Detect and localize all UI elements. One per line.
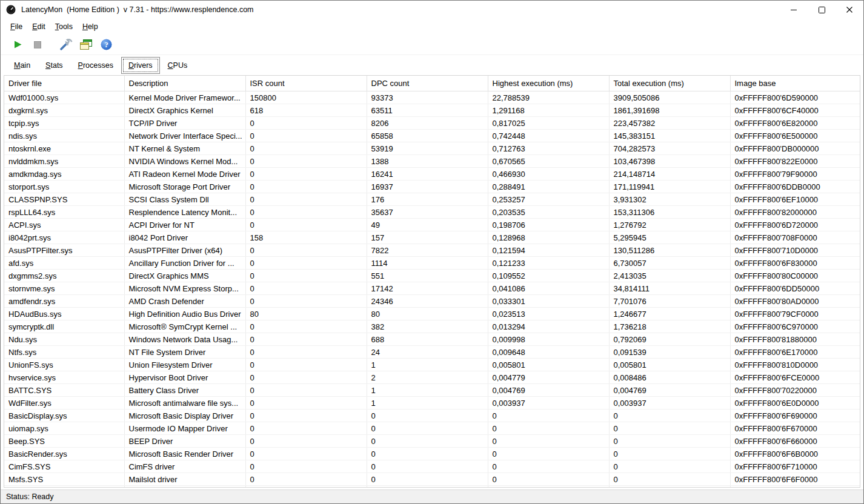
cell: 0xFFFFF800'79CF0000 [730, 308, 860, 320]
tab-stats[interactable]: Stats [38, 57, 70, 74]
table-row[interactable]: WdFilter.sysMicrosoft antimalware file s… [4, 397, 860, 409]
cell: 0 [367, 460, 488, 473]
tab-drivers[interactable]: Drivers [121, 57, 160, 74]
cell: 214,148714 [609, 168, 730, 181]
table-row[interactable]: AsusPTPFilter.sysAsusPTPFilter Driver (x… [4, 244, 860, 257]
menu-item-help[interactable]: Help [78, 20, 103, 33]
table-row[interactable]: stornvme.sysMicrosoft NVM Express Storp.… [4, 282, 860, 295]
table-row[interactable]: BasicDisplay.sysMicrosoft Basic Display … [4, 409, 860, 422]
start-monitor-button[interactable] [9, 37, 26, 53]
stop-monitor-button[interactable] [29, 37, 46, 53]
table-row[interactable]: afd.sysAncillary Function Driver for ...… [4, 257, 860, 270]
options-button[interactable] [58, 37, 75, 53]
cell: 0xFFFFF800'6E0D0000 [730, 397, 860, 409]
cell: 618 [245, 104, 367, 117]
cell: 0 [488, 486, 609, 488]
close-button[interactable] [836, 1, 863, 19]
cell: 0xFFFFF800'708F0000 [730, 231, 860, 244]
column-header[interactable]: Description [124, 76, 245, 91]
table-row[interactable]: ntoskrnl.exeNT Kernel & System0539190,71… [4, 142, 860, 155]
cell: 2 [367, 371, 488, 384]
column-header[interactable]: Image base [730, 76, 860, 91]
cell: NT File System Driver [124, 346, 245, 359]
table-row[interactable]: Wdf01000.sysKernel Mode Driver Framewor.… [4, 91, 860, 104]
cell: 0,003937 [488, 397, 609, 409]
table-row[interactable]: ndis.sysNetwork Driver Interface Speci..… [4, 130, 860, 142]
column-header[interactable]: Total execution (ms) [609, 76, 730, 91]
tab-main[interactable]: Main [7, 57, 38, 74]
cell: Hypervisor Boot Driver [124, 371, 245, 384]
help-button[interactable]: ? [98, 37, 115, 53]
cell: 0 [609, 486, 730, 488]
cell: 0xFFFFF800'6E820000 [730, 117, 860, 130]
cell: 0xFFFFF800'70220000 [730, 384, 860, 397]
table-row[interactable]: Ndu.sysWindows Network Data Usag...06880… [4, 333, 860, 346]
cell: 0xFFFFF800'81880000 [730, 333, 860, 346]
table-row[interactable]: CLASSPNP.SYSSCSI Class System Dll01760,2… [4, 193, 860, 206]
cell: hvservice.sys [4, 371, 124, 384]
cell: 0xFFFFF800'DB000000 [730, 142, 860, 155]
maximize-icon [819, 7, 825, 13]
tab-processes[interactable]: Processes [71, 57, 121, 74]
table-row[interactable]: Ntfs.sysNT File System Driver0240,009648… [4, 346, 860, 359]
cell: 0 [245, 282, 367, 295]
cell: Microsoft Storage Port Driver [124, 181, 245, 193]
table-row[interactable]: dxgkrnl.sysDirectX Graphics Kernel618635… [4, 104, 860, 117]
cell: 171,119941 [609, 181, 730, 193]
table-row[interactable]: Npfs.SYSNPFS Driver00000xFFFFF800'6F6D00… [4, 486, 860, 488]
cell: 0 [245, 142, 367, 155]
table-row[interactable]: BasicRender.sysMicrosoft Basic Render Dr… [4, 448, 860, 460]
table-row[interactable]: nvlddmkm.sysNVIDIA Windows Kernel Mod...… [4, 155, 860, 168]
window-title: LatencyMon (Home Edition ) v 7.31 - http… [21, 5, 254, 14]
column-header[interactable]: Highest execution (ms) [488, 76, 609, 91]
cell: Mailslot driver [124, 473, 245, 486]
maximize-button[interactable] [808, 1, 836, 19]
column-header[interactable]: DPC count [367, 76, 488, 91]
cell: 35637 [367, 206, 488, 219]
cell: ACPI Driver for NT [124, 219, 245, 231]
table-row[interactable]: amdkmdag.sysATI Radeon Kernel Mode Drive… [4, 168, 860, 181]
cell: 0 [245, 219, 367, 231]
menu-item-file[interactable]: File [5, 20, 27, 33]
table-row[interactable]: rspLLL64.sysResplendence Latency Monit..… [4, 206, 860, 219]
table-row[interactable]: UnionFS.sysUnion Filesystem Driver010,00… [4, 359, 860, 371]
status-bar: Status: Ready [1, 489, 863, 503]
table-row[interactable]: hvservice.sysHypervisor Boot Driver020,0… [4, 371, 860, 384]
windows-layout-button[interactable] [78, 37, 95, 53]
tab-cpus[interactable]: CPUs [161, 57, 195, 74]
cell: Battery Class Driver [124, 384, 245, 397]
cell: Msfs.SYS [4, 473, 124, 486]
table-row[interactable]: Msfs.SYSMailslot driver00000xFFFFF800'6F… [4, 473, 860, 486]
table-row[interactable]: Beep.SYSBEEP Driver00000xFFFFF800'6F6600… [4, 435, 860, 448]
cell: 0 [488, 435, 609, 448]
cell: 0,121233 [488, 257, 609, 270]
menu-item-tools[interactable]: Tools [50, 20, 78, 33]
cell: Network Driver Interface Speci... [124, 130, 245, 142]
table-row[interactable]: BATTC.SYSBattery Class Driver010,0047690… [4, 384, 860, 397]
table-row[interactable]: storport.sysMicrosoft Storage Port Drive… [4, 181, 860, 193]
table-row[interactable]: symcryptk.dllMicrosoft® SymCrypt Kernel … [4, 320, 860, 333]
cell: 0,109552 [488, 270, 609, 282]
cell: 158 [245, 231, 367, 244]
cell: AsusPTPFilter.sys [4, 244, 124, 257]
table-row[interactable]: CimFS.SYSCimFS driver00000xFFFFF800'6F71… [4, 460, 860, 473]
cell: Ndu.sys [4, 333, 124, 346]
minimize-button[interactable] [780, 1, 808, 19]
cell: 34,814111 [609, 282, 730, 295]
menu-item-edit[interactable]: Edit [27, 20, 50, 33]
cell: 0,203535 [488, 206, 609, 219]
cell: 0xFFFFF800'6F660000 [730, 435, 860, 448]
table-row[interactable]: tcpip.sysTCP/IP Driver082060,817025223,4… [4, 117, 860, 130]
table-row[interactable]: ACPI.sysACPI Driver for NT0490,1987061,2… [4, 219, 860, 231]
table-row[interactable]: dxgmms2.sysDirectX Graphics MMS05510,109… [4, 270, 860, 282]
table-row[interactable]: amdfendr.sysAMD Crash Defender0243460,03… [4, 295, 860, 308]
cell: 157 [367, 231, 488, 244]
column-header[interactable]: Driver file [4, 76, 124, 91]
cell: 0,033301 [488, 295, 609, 308]
cell: 0 [245, 346, 367, 359]
table-row[interactable]: i8042prt.sysi8042 Port Driver1581570,128… [4, 231, 860, 244]
table-row[interactable]: uiomap.sysUsermode IO Mapper Driver00000… [4, 422, 860, 435]
table-row[interactable]: HDAudBus.sysHigh Definition Audio Bus Dr… [4, 308, 860, 320]
cell: 551 [367, 270, 488, 282]
column-header[interactable]: ISR count [245, 76, 367, 91]
